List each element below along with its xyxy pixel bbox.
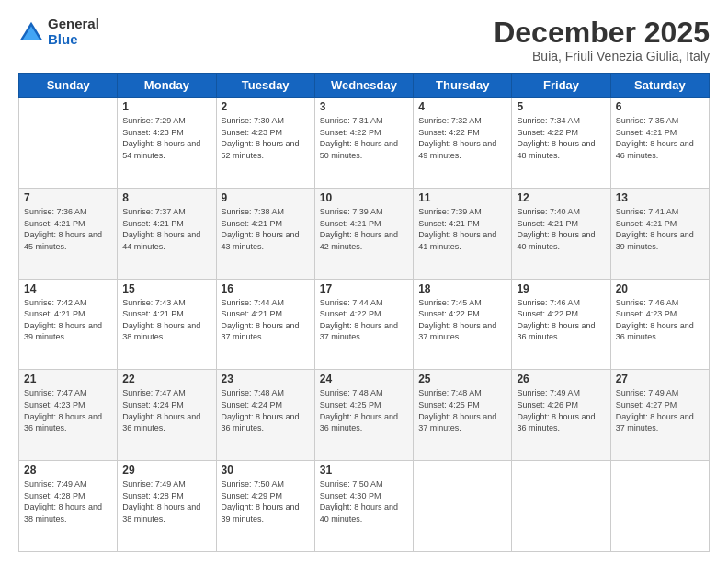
- day-info: Sunrise: 7:41 AMSunset: 4:21 PMDaylight:…: [616, 206, 704, 252]
- calendar-cell: 29Sunrise: 7:49 AMSunset: 4:28 PMDayligh…: [118, 461, 216, 552]
- day-info: Sunrise: 7:40 AMSunset: 4:21 PMDaylight:…: [517, 206, 605, 252]
- calendar-cell: [512, 461, 610, 552]
- day-info: Sunrise: 7:30 AMSunset: 4:23 PMDaylight:…: [222, 115, 310, 161]
- day-info: Sunrise: 7:46 AMSunset: 4:23 PMDaylight:…: [616, 297, 704, 343]
- calendar-cell: 13Sunrise: 7:41 AMSunset: 4:21 PMDayligh…: [610, 188, 709, 279]
- calendar-cell: 16Sunrise: 7:44 AMSunset: 4:21 PMDayligh…: [216, 279, 314, 370]
- title-block: December 2025 Buia, Friuli Venezia Giuli…: [494, 17, 710, 63]
- day-info: Sunrise: 7:49 AMSunset: 4:28 PMDaylight:…: [24, 478, 112, 524]
- col-monday: Monday: [118, 74, 216, 98]
- day-info: Sunrise: 7:38 AMSunset: 4:21 PMDaylight:…: [222, 206, 310, 252]
- calendar-cell: 25Sunrise: 7:48 AMSunset: 4:25 PMDayligh…: [414, 370, 512, 461]
- day-info: Sunrise: 7:39 AMSunset: 4:21 PMDaylight:…: [320, 206, 408, 252]
- calendar-cell: 31Sunrise: 7:50 AMSunset: 4:30 PMDayligh…: [314, 461, 413, 552]
- calendar-cell: 1Sunrise: 7:29 AMSunset: 4:23 PMDaylight…: [118, 98, 216, 189]
- calendar-cell: 26Sunrise: 7:49 AMSunset: 4:26 PMDayligh…: [512, 370, 610, 461]
- day-number: 9: [222, 191, 310, 204]
- day-info: Sunrise: 7:32 AMSunset: 4:22 PMDaylight:…: [418, 115, 506, 161]
- calendar-week-1: 1Sunrise: 7:29 AMSunset: 4:23 PMDaylight…: [19, 98, 710, 189]
- logo: General Blue: [18, 17, 99, 47]
- day-info: Sunrise: 7:37 AMSunset: 4:21 PMDaylight:…: [122, 206, 210, 252]
- day-info: Sunrise: 7:47 AMSunset: 4:23 PMDaylight:…: [24, 387, 112, 433]
- day-number: 27: [616, 373, 704, 385]
- calendar-week-2: 7Sunrise: 7:36 AMSunset: 4:21 PMDaylight…: [19, 188, 710, 279]
- col-saturday: Saturday: [610, 74, 709, 98]
- day-info: Sunrise: 7:42 AMSunset: 4:21 PMDaylight:…: [24, 297, 112, 343]
- day-info: Sunrise: 7:31 AMSunset: 4:22 PMDaylight:…: [320, 115, 408, 161]
- calendar-cell: 8Sunrise: 7:37 AMSunset: 4:21 PMDaylight…: [118, 188, 216, 279]
- day-number: 30: [222, 464, 310, 477]
- day-info: Sunrise: 7:43 AMSunset: 4:21 PMDaylight:…: [122, 297, 210, 343]
- col-wednesday: Wednesday: [314, 74, 413, 98]
- day-info: Sunrise: 7:44 AMSunset: 4:22 PMDaylight:…: [320, 297, 408, 343]
- calendar-cell: 4Sunrise: 7:32 AMSunset: 4:22 PMDaylight…: [414, 98, 512, 189]
- col-thursday: Thursday: [414, 74, 512, 98]
- day-info: Sunrise: 7:49 AMSunset: 4:28 PMDaylight:…: [122, 478, 210, 524]
- calendar-cell: 5Sunrise: 7:34 AMSunset: 4:22 PMDaylight…: [512, 98, 610, 189]
- day-number: 21: [24, 373, 112, 385]
- col-tuesday: Tuesday: [216, 74, 314, 98]
- day-number: 25: [418, 373, 506, 385]
- day-number: 6: [616, 100, 704, 113]
- calendar-cell: [414, 461, 512, 552]
- calendar-cell: 18Sunrise: 7:45 AMSunset: 4:22 PMDayligh…: [414, 279, 512, 370]
- day-info: Sunrise: 7:46 AMSunset: 4:22 PMDaylight:…: [517, 297, 605, 343]
- day-number: 12: [517, 191, 605, 204]
- day-number: 8: [122, 191, 210, 204]
- day-info: Sunrise: 7:45 AMSunset: 4:22 PMDaylight:…: [418, 297, 506, 343]
- calendar-cell: 22Sunrise: 7:47 AMSunset: 4:24 PMDayligh…: [118, 370, 216, 461]
- day-info: Sunrise: 7:44 AMSunset: 4:21 PMDaylight:…: [222, 297, 310, 343]
- day-info: Sunrise: 7:48 AMSunset: 4:25 PMDaylight:…: [418, 387, 506, 433]
- day-info: Sunrise: 7:50 AMSunset: 4:29 PMDaylight:…: [222, 478, 310, 524]
- calendar-cell: 2Sunrise: 7:30 AMSunset: 4:23 PMDaylight…: [216, 98, 314, 189]
- calendar-cell: 23Sunrise: 7:48 AMSunset: 4:24 PMDayligh…: [216, 370, 314, 461]
- day-number: 14: [24, 282, 112, 295]
- day-number: 4: [418, 100, 506, 113]
- calendar-cell: 17Sunrise: 7:44 AMSunset: 4:22 PMDayligh…: [314, 279, 413, 370]
- calendar-cell: 11Sunrise: 7:39 AMSunset: 4:21 PMDayligh…: [414, 188, 512, 279]
- day-number: 20: [616, 282, 704, 295]
- calendar-cell: 19Sunrise: 7:46 AMSunset: 4:22 PMDayligh…: [512, 279, 610, 370]
- calendar-table: Sunday Monday Tuesday Wednesday Thursday…: [18, 73, 710, 552]
- calendar-cell: [19, 98, 118, 189]
- day-info: Sunrise: 7:35 AMSunset: 4:21 PMDaylight:…: [616, 115, 704, 161]
- day-number: 19: [517, 282, 605, 295]
- day-info: Sunrise: 7:34 AMSunset: 4:22 PMDaylight:…: [517, 115, 605, 161]
- day-number: 23: [222, 373, 310, 385]
- calendar-cell: 24Sunrise: 7:48 AMSunset: 4:25 PMDayligh…: [314, 370, 413, 461]
- calendar-cell: 28Sunrise: 7:49 AMSunset: 4:28 PMDayligh…: [19, 461, 118, 552]
- day-number: 5: [517, 100, 605, 113]
- location-subtitle: Buia, Friuli Venezia Giulia, Italy: [494, 49, 710, 63]
- calendar-cell: 27Sunrise: 7:49 AMSunset: 4:27 PMDayligh…: [610, 370, 709, 461]
- calendar-cell: 15Sunrise: 7:43 AMSunset: 4:21 PMDayligh…: [118, 279, 216, 370]
- month-title: December 2025: [494, 17, 710, 49]
- day-number: 26: [517, 373, 605, 385]
- day-number: 2: [222, 100, 310, 113]
- day-number: 18: [418, 282, 506, 295]
- calendar-week-5: 28Sunrise: 7:49 AMSunset: 4:28 PMDayligh…: [19, 461, 710, 552]
- logo-general-text: General: [48, 17, 99, 32]
- calendar-week-4: 21Sunrise: 7:47 AMSunset: 4:23 PMDayligh…: [19, 370, 710, 461]
- day-number: 15: [122, 282, 210, 295]
- day-number: 1: [122, 100, 210, 113]
- logo-blue-text: Blue: [48, 32, 99, 48]
- logo-text: General Blue: [48, 17, 99, 47]
- day-number: 10: [320, 191, 408, 204]
- day-number: 24: [320, 373, 408, 385]
- day-number: 29: [122, 464, 210, 477]
- day-number: 3: [320, 100, 408, 113]
- day-info: Sunrise: 7:39 AMSunset: 4:21 PMDaylight:…: [418, 206, 506, 252]
- day-number: 16: [222, 282, 310, 295]
- calendar-header-row: Sunday Monday Tuesday Wednesday Thursday…: [19, 74, 710, 98]
- calendar-cell: 30Sunrise: 7:50 AMSunset: 4:29 PMDayligh…: [216, 461, 314, 552]
- calendar-cell: 20Sunrise: 7:46 AMSunset: 4:23 PMDayligh…: [610, 279, 709, 370]
- day-info: Sunrise: 7:50 AMSunset: 4:30 PMDaylight:…: [320, 478, 408, 524]
- day-number: 28: [24, 464, 112, 477]
- day-number: 13: [616, 191, 704, 204]
- col-friday: Friday: [512, 74, 610, 98]
- calendar-cell: 3Sunrise: 7:31 AMSunset: 4:22 PMDaylight…: [314, 98, 413, 189]
- col-sunday: Sunday: [19, 74, 118, 98]
- header: General Blue December 2025 Buia, Friuli …: [18, 17, 710, 63]
- day-number: 17: [320, 282, 408, 295]
- calendar-cell: 12Sunrise: 7:40 AMSunset: 4:21 PMDayligh…: [512, 188, 610, 279]
